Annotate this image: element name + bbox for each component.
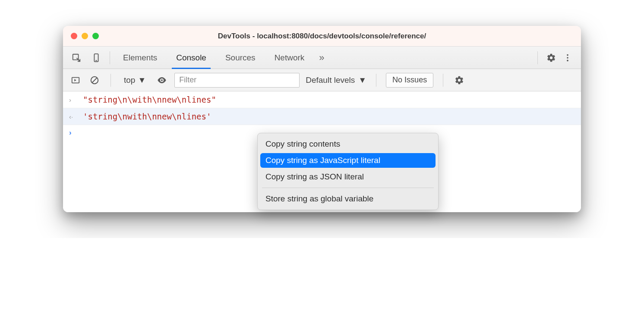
tabbar-left	[66, 51, 106, 64]
kebab-menu-icon[interactable]	[561, 51, 574, 64]
menu-copy-string-contents[interactable]: Copy string contents	[258, 136, 438, 152]
console-settings-icon[interactable]	[453, 74, 466, 87]
console-body: › "string\n\with\nnew\nlines" ‹· 'string…	[63, 91, 581, 212]
console-input-line[interactable]: › "string\n\with\nnew\nlines"	[63, 91, 581, 108]
tab-sources[interactable]: Sources	[216, 47, 265, 69]
input-marker-icon: ›	[69, 96, 77, 104]
context-label: top	[124, 75, 135, 85]
divider	[110, 51, 110, 64]
inspect-element-icon[interactable]	[70, 51, 83, 64]
issues-button[interactable]: No Issues	[386, 73, 433, 88]
levels-label: Default levels	[306, 75, 355, 85]
window-title: DevTools - localhost:8080/docs/devtools/…	[71, 32, 573, 41]
minimize-window-button[interactable]	[82, 33, 88, 39]
settings-icon[interactable]	[545, 51, 558, 64]
console-toolbar: top ▼ Default levels ▼ No Issues	[63, 69, 581, 91]
context-selector[interactable]: top ▼	[120, 74, 149, 87]
close-window-button[interactable]	[71, 33, 77, 39]
output-marker-icon: ‹·	[69, 113, 77, 120]
tab-elements[interactable]: Elements	[114, 47, 167, 69]
svg-line-8	[92, 78, 97, 82]
tab-console[interactable]: Console	[167, 47, 216, 69]
tabbar: Elements Console Sources Network »	[63, 47, 581, 69]
clear-console-icon[interactable]	[88, 74, 101, 87]
menu-store-as-global[interactable]: Store string as global variable	[258, 191, 438, 207]
tabs: Elements Console Sources Network »	[114, 47, 330, 69]
tabbar-right	[534, 51, 578, 64]
maximize-window-button[interactable]	[92, 33, 99, 39]
console-output-code: 'string\nwith\nnew\nlines'	[83, 112, 211, 121]
toggle-sidebar-icon[interactable]	[69, 74, 82, 87]
more-tabs-icon[interactable]: »	[314, 47, 329, 69]
filter-input[interactable]	[174, 73, 300, 88]
prompt-marker-icon: ›	[69, 129, 77, 137]
titlebar: DevTools - localhost:8080/docs/devtools/…	[63, 26, 581, 47]
svg-point-4	[567, 57, 568, 59]
tab-network[interactable]: Network	[265, 47, 314, 69]
console-output-line[interactable]: ‹· 'string\nwith\nnew\nlines'	[63, 108, 581, 125]
console-input-code: "string\n\with\nnew\nlines"	[83, 95, 216, 104]
live-expression-icon[interactable]	[155, 74, 168, 87]
divider	[443, 74, 443, 87]
chevron-down-icon: ▼	[138, 75, 146, 85]
menu-copy-string-js-literal[interactable]: Copy string as JavaScript literal	[260, 153, 436, 168]
device-toolbar-icon[interactable]	[90, 51, 103, 64]
svg-point-5	[567, 60, 568, 61]
divider	[376, 74, 376, 87]
svg-point-3	[567, 54, 568, 56]
log-levels-selector[interactable]: Default levels ▼	[306, 75, 366, 85]
traffic-lights	[71, 33, 99, 39]
chevron-down-icon: ▼	[358, 75, 366, 85]
menu-separator	[262, 188, 434, 188]
divider	[110, 74, 111, 87]
divider	[537, 51, 538, 64]
menu-copy-string-json-literal[interactable]: Copy string as JSON literal	[258, 169, 438, 185]
devtools-window: DevTools - localhost:8080/docs/devtools/…	[63, 26, 581, 212]
context-menu: Copy string contents Copy string as Java…	[257, 133, 439, 210]
